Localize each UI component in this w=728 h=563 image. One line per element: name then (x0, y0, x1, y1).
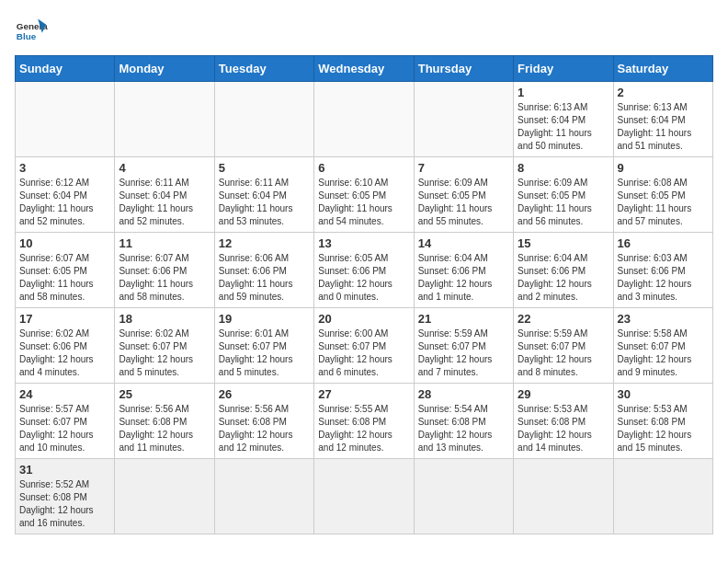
day-info: Sunrise: 6:09 AM Sunset: 6:05 PM Dayligh… (418, 177, 509, 228)
calendar-cell: 26Sunrise: 5:56 AM Sunset: 6:08 PM Dayli… (214, 384, 313, 459)
day-number: 24 (19, 387, 110, 401)
logo: General Blue (15, 15, 48, 48)
calendar-week-row: 24Sunrise: 5:57 AM Sunset: 6:07 PM Dayli… (16, 384, 713, 459)
day-info: Sunrise: 5:53 AM Sunset: 6:08 PM Dayligh… (618, 403, 709, 454)
calendar-cell: 21Sunrise: 5:59 AM Sunset: 6:07 PM Dayli… (414, 308, 513, 384)
calendar-cell: 3Sunrise: 6:12 AM Sunset: 6:04 PM Daylig… (16, 157, 115, 233)
day-info: Sunrise: 6:07 AM Sunset: 6:06 PM Dayligh… (119, 252, 210, 304)
day-number: 22 (518, 312, 609, 326)
day-number: 2 (618, 86, 709, 99)
day-number: 28 (418, 387, 509, 401)
day-number: 14 (418, 236, 509, 250)
day-number: 30 (618, 387, 709, 401)
calendar-cell: 13Sunrise: 6:05 AM Sunset: 6:06 PM Dayli… (314, 233, 414, 308)
day-info: Sunrise: 6:01 AM Sunset: 6:07 PM Dayligh… (219, 327, 310, 379)
day-number: 13 (318, 236, 409, 250)
day-number: 10 (19, 236, 110, 250)
weekday-header-friday: Friday (514, 56, 613, 82)
calendar-cell: 8Sunrise: 6:09 AM Sunset: 6:05 PM Daylig… (514, 157, 613, 233)
day-number: 8 (518, 161, 609, 175)
day-number: 20 (318, 312, 409, 326)
day-number: 9 (618, 161, 709, 175)
calendar-week-row: 3Sunrise: 6:12 AM Sunset: 6:04 PM Daylig… (16, 157, 713, 233)
day-info: Sunrise: 6:11 AM Sunset: 6:04 PM Dayligh… (219, 177, 310, 228)
calendar-cell: 15Sunrise: 6:04 AM Sunset: 6:06 PM Dayli… (514, 233, 613, 308)
calendar-cell: 10Sunrise: 6:07 AM Sunset: 6:05 PM Dayli… (16, 233, 115, 308)
calendar-cell: 16Sunrise: 6:03 AM Sunset: 6:06 PM Dayli… (613, 233, 712, 308)
calendar-cell: 18Sunrise: 6:02 AM Sunset: 6:07 PM Dayli… (115, 308, 214, 384)
day-info: Sunrise: 6:09 AM Sunset: 6:05 PM Dayligh… (518, 177, 609, 228)
day-info: Sunrise: 6:02 AM Sunset: 6:07 PM Dayligh… (119, 327, 210, 379)
day-info: Sunrise: 5:52 AM Sunset: 6:08 PM Dayligh… (19, 478, 110, 530)
day-info: Sunrise: 6:04 AM Sunset: 6:06 PM Dayligh… (518, 252, 609, 304)
day-info: Sunrise: 6:04 AM Sunset: 6:06 PM Dayligh… (418, 252, 509, 304)
day-info: Sunrise: 5:56 AM Sunset: 6:08 PM Dayligh… (119, 403, 210, 454)
day-number: 3 (19, 161, 110, 175)
calendar-cell (414, 82, 513, 157)
calendar-cell: 1Sunrise: 6:13 AM Sunset: 6:04 PM Daylig… (514, 82, 613, 157)
day-info: Sunrise: 6:13 AM Sunset: 6:04 PM Dayligh… (518, 101, 609, 153)
weekday-header-monday: Monday (115, 56, 214, 82)
calendar-cell: 7Sunrise: 6:09 AM Sunset: 6:05 PM Daylig… (414, 157, 513, 233)
day-number: 17 (19, 312, 110, 326)
calendar-cell (414, 459, 513, 534)
calendar-cell: 9Sunrise: 6:08 AM Sunset: 6:05 PM Daylig… (613, 157, 712, 233)
calendar-cell (115, 82, 214, 157)
day-info: Sunrise: 6:08 AM Sunset: 6:05 PM Dayligh… (618, 177, 709, 228)
calendar-cell: 22Sunrise: 5:59 AM Sunset: 6:07 PM Dayli… (514, 308, 613, 384)
calendar-cell (314, 82, 414, 157)
calendar-cell: 6Sunrise: 6:10 AM Sunset: 6:05 PM Daylig… (314, 157, 414, 233)
day-info: Sunrise: 6:11 AM Sunset: 6:04 PM Dayligh… (119, 177, 210, 228)
calendar-cell (514, 459, 613, 534)
day-info: Sunrise: 5:56 AM Sunset: 6:08 PM Dayligh… (219, 403, 310, 454)
weekday-header-row: SundayMondayTuesdayWednesdayThursdayFrid… (16, 56, 713, 82)
calendar-cell: 5Sunrise: 6:11 AM Sunset: 6:04 PM Daylig… (214, 157, 313, 233)
day-number: 6 (318, 161, 409, 175)
day-number: 25 (119, 387, 210, 401)
day-number: 1 (518, 86, 609, 99)
calendar-cell: 24Sunrise: 5:57 AM Sunset: 6:07 PM Dayli… (16, 384, 115, 459)
calendar-cell (314, 459, 414, 534)
calendar-table: SundayMondayTuesdayWednesdayThursdayFrid… (15, 55, 713, 534)
calendar-cell (613, 459, 712, 534)
day-number: 7 (418, 161, 509, 175)
calendar-cell: 17Sunrise: 6:02 AM Sunset: 6:06 PM Dayli… (16, 308, 115, 384)
calendar-cell: 4Sunrise: 6:11 AM Sunset: 6:04 PM Daylig… (115, 157, 214, 233)
day-info: Sunrise: 5:59 AM Sunset: 6:07 PM Dayligh… (418, 327, 509, 379)
day-number: 5 (219, 161, 310, 175)
weekday-header-thursday: Thursday (414, 56, 513, 82)
calendar-cell: 20Sunrise: 6:00 AM Sunset: 6:07 PM Dayli… (314, 308, 414, 384)
calendar-cell: 14Sunrise: 6:04 AM Sunset: 6:06 PM Dayli… (414, 233, 513, 308)
day-info: Sunrise: 5:53 AM Sunset: 6:08 PM Dayligh… (518, 403, 609, 454)
day-info: Sunrise: 5:57 AM Sunset: 6:07 PM Dayligh… (19, 403, 110, 454)
day-number: 11 (119, 236, 210, 250)
calendar-week-row: 10Sunrise: 6:07 AM Sunset: 6:05 PM Dayli… (16, 233, 713, 308)
weekday-header-tuesday: Tuesday (214, 56, 313, 82)
calendar-cell: 23Sunrise: 5:58 AM Sunset: 6:07 PM Dayli… (613, 308, 712, 384)
day-info: Sunrise: 6:10 AM Sunset: 6:05 PM Dayligh… (318, 177, 409, 228)
day-number: 16 (618, 236, 709, 250)
day-info: Sunrise: 6:07 AM Sunset: 6:05 PM Dayligh… (19, 252, 110, 304)
calendar-cell: 25Sunrise: 5:56 AM Sunset: 6:08 PM Dayli… (115, 384, 214, 459)
calendar-cell: 27Sunrise: 5:55 AM Sunset: 6:08 PM Dayli… (314, 384, 414, 459)
day-info: Sunrise: 5:59 AM Sunset: 6:07 PM Dayligh… (518, 327, 609, 379)
svg-text:Blue: Blue (17, 31, 37, 41)
day-number: 23 (618, 312, 709, 326)
day-info: Sunrise: 6:05 AM Sunset: 6:06 PM Dayligh… (318, 252, 409, 304)
calendar-cell: 29Sunrise: 5:53 AM Sunset: 6:08 PM Dayli… (514, 384, 613, 459)
day-info: Sunrise: 5:58 AM Sunset: 6:07 PM Dayligh… (618, 327, 709, 379)
page-header: General Blue (15, 15, 713, 48)
calendar-cell: 11Sunrise: 6:07 AM Sunset: 6:06 PM Dayli… (115, 233, 214, 308)
day-number: 18 (119, 312, 210, 326)
calendar-cell (16, 82, 115, 157)
day-info: Sunrise: 6:06 AM Sunset: 6:06 PM Dayligh… (219, 252, 310, 304)
day-info: Sunrise: 5:55 AM Sunset: 6:08 PM Dayligh… (318, 403, 409, 454)
calendar-cell (214, 82, 313, 157)
day-number: 29 (518, 387, 609, 401)
calendar-cell: 2Sunrise: 6:13 AM Sunset: 6:04 PM Daylig… (613, 82, 712, 157)
day-info: Sunrise: 6:00 AM Sunset: 6:07 PM Dayligh… (318, 327, 409, 379)
day-info: Sunrise: 6:12 AM Sunset: 6:04 PM Dayligh… (19, 177, 110, 228)
calendar-week-row: 1Sunrise: 6:13 AM Sunset: 6:04 PM Daylig… (16, 82, 713, 157)
calendar-cell (115, 459, 214, 534)
calendar-cell: 19Sunrise: 6:01 AM Sunset: 6:07 PM Dayli… (214, 308, 313, 384)
